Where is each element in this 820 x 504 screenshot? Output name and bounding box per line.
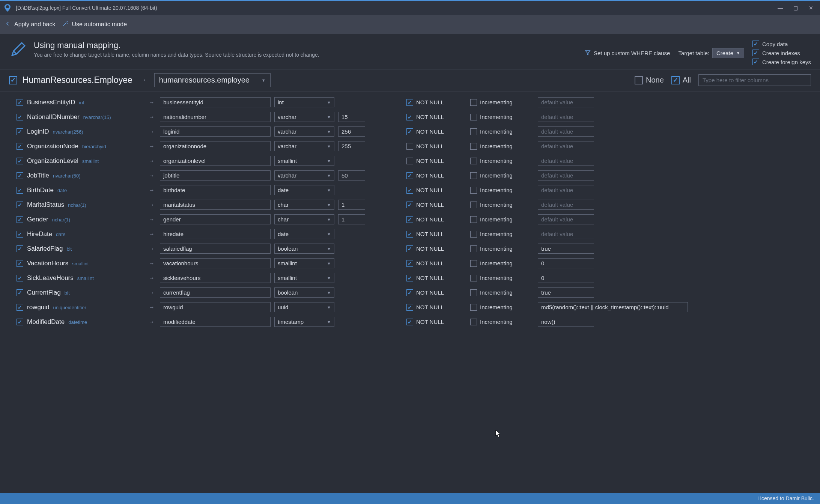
incrementing-checkbox[interactable]	[470, 289, 477, 296]
target-column-name-input[interactable]	[160, 229, 271, 239]
incrementing-checkbox[interactable]	[470, 202, 477, 208]
default-value-input[interactable]	[538, 156, 594, 166]
default-value-input[interactable]	[538, 229, 594, 239]
close-button[interactable]: ✕	[809, 5, 813, 11]
select-none-button[interactable]: None	[635, 76, 664, 84]
default-value-input[interactable]	[538, 141, 594, 151]
target-type-dropdown[interactable]: smallint▼	[274, 258, 334, 268]
default-value-input[interactable]	[538, 214, 594, 224]
incrementing-checkbox[interactable]	[470, 319, 477, 325]
target-column-name-input[interactable]	[160, 214, 271, 224]
target-type-dropdown[interactable]: char▼	[274, 214, 334, 224]
incrementing-checkbox[interactable]	[470, 231, 477, 238]
column-enabled-checkbox[interactable]	[17, 99, 23, 106]
incrementing-checkbox[interactable]	[470, 275, 477, 281]
default-value-input[interactable]	[538, 112, 594, 122]
target-column-name-input[interactable]	[160, 126, 271, 137]
target-column-name-input[interactable]	[160, 244, 271, 254]
default-value-input[interactable]	[538, 126, 594, 137]
target-type-dropdown[interactable]: boolean▼	[274, 244, 334, 254]
target-column-name-input[interactable]	[160, 287, 271, 298]
not-null-checkbox[interactable]	[406, 260, 413, 267]
column-enabled-checkbox[interactable]	[17, 231, 23, 238]
not-null-checkbox[interactable]	[406, 187, 413, 194]
column-enabled-checkbox[interactable]	[17, 187, 23, 194]
incrementing-checkbox[interactable]	[470, 143, 477, 150]
target-column-name-input[interactable]	[160, 156, 271, 166]
column-enabled-checkbox[interactable]	[17, 143, 23, 150]
column-enabled-checkbox[interactable]	[17, 128, 23, 135]
incrementing-checkbox[interactable]	[470, 114, 477, 120]
default-value-input[interactable]	[538, 302, 688, 312]
target-column-name-input[interactable]	[160, 141, 271, 151]
incrementing-checkbox[interactable]	[470, 99, 477, 106]
column-enabled-checkbox[interactable]	[17, 260, 23, 267]
target-column-name-input[interactable]	[160, 302, 271, 312]
minimize-button[interactable]: —	[778, 5, 783, 11]
target-type-dropdown[interactable]: date▼	[274, 229, 334, 239]
type-size-input[interactable]	[338, 200, 365, 210]
target-type-dropdown[interactable]: boolean▼	[274, 287, 334, 298]
target-type-dropdown[interactable]: char▼	[274, 200, 334, 210]
incrementing-checkbox[interactable]	[470, 216, 477, 223]
incrementing-checkbox[interactable]	[470, 304, 477, 311]
incrementing-checkbox[interactable]	[470, 158, 477, 164]
target-type-dropdown[interactable]: smallint▼	[274, 156, 334, 166]
target-column-name-input[interactable]	[160, 317, 271, 327]
column-enabled-checkbox[interactable]	[17, 275, 23, 281]
apply-and-back-button[interactable]: Apply and back	[5, 20, 55, 29]
target-column-name-input[interactable]	[160, 200, 271, 210]
not-null-checkbox[interactable]	[406, 158, 413, 164]
not-null-checkbox[interactable]	[406, 99, 413, 106]
not-null-checkbox[interactable]	[406, 304, 413, 311]
copy-data-checkbox[interactable]: Copy data	[752, 41, 811, 47]
target-column-name-input[interactable]	[160, 112, 271, 122]
default-value-input[interactable]	[538, 170, 594, 181]
target-table-select[interactable]: humanresources.employee ▼	[154, 73, 271, 87]
column-enabled-checkbox[interactable]	[17, 319, 23, 325]
incrementing-checkbox[interactable]	[470, 172, 477, 179]
not-null-checkbox[interactable]	[406, 289, 413, 296]
default-value-input[interactable]	[538, 200, 594, 210]
use-automatic-mode-button[interactable]: Use automatic mode	[62, 20, 127, 29]
not-null-checkbox[interactable]	[406, 216, 413, 223]
default-value-input[interactable]	[538, 287, 594, 298]
where-clause-button[interactable]: Set up custom WHERE clause	[585, 50, 670, 57]
target-type-dropdown[interactable]: uuid▼	[274, 302, 334, 312]
target-type-dropdown[interactable]: smallint▼	[274, 273, 334, 283]
not-null-checkbox[interactable]	[406, 172, 413, 179]
incrementing-checkbox[interactable]	[470, 245, 477, 252]
default-value-input[interactable]	[538, 97, 594, 107]
target-column-name-input[interactable]	[160, 185, 271, 195]
target-type-dropdown[interactable]: varchar▼	[274, 170, 334, 181]
column-enabled-checkbox[interactable]	[17, 245, 23, 252]
column-enabled-checkbox[interactable]	[17, 202, 23, 208]
incrementing-checkbox[interactable]	[470, 260, 477, 267]
type-size-input[interactable]	[338, 214, 365, 224]
type-size-input[interactable]	[338, 126, 365, 137]
target-type-dropdown[interactable]: varchar▼	[274, 112, 334, 122]
target-type-dropdown[interactable]: varchar▼	[274, 141, 334, 151]
target-table-action-dropdown[interactable]: Create ▼	[712, 48, 744, 58]
target-type-dropdown[interactable]: varchar▼	[274, 126, 334, 137]
column-enabled-checkbox[interactable]	[17, 114, 23, 120]
default-value-input[interactable]	[538, 317, 594, 327]
column-enabled-checkbox[interactable]	[17, 158, 23, 164]
not-null-checkbox[interactable]	[406, 275, 413, 281]
target-column-name-input[interactable]	[160, 170, 271, 181]
target-type-dropdown[interactable]: date▼	[274, 185, 334, 195]
table-enabled-checkbox[interactable]	[9, 76, 17, 84]
create-indexes-checkbox[interactable]: Create indexes	[752, 50, 811, 56]
not-null-checkbox[interactable]	[406, 114, 413, 120]
incrementing-checkbox[interactable]	[470, 187, 477, 194]
select-all-button[interactable]: All	[671, 76, 691, 84]
target-column-name-input[interactable]	[160, 258, 271, 268]
default-value-input[interactable]	[538, 273, 594, 283]
target-column-name-input[interactable]	[160, 273, 271, 283]
column-enabled-checkbox[interactable]	[17, 172, 23, 179]
not-null-checkbox[interactable]	[406, 143, 413, 150]
create-foreign-keys-checkbox[interactable]: Create foreign keys	[752, 59, 811, 65]
column-enabled-checkbox[interactable]	[17, 304, 23, 311]
target-type-dropdown[interactable]: timestamp▼	[274, 317, 334, 327]
not-null-checkbox[interactable]	[406, 128, 413, 135]
